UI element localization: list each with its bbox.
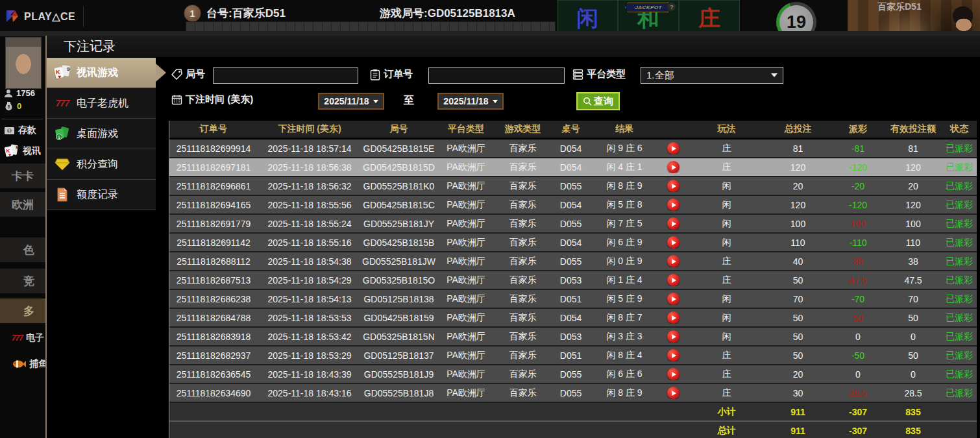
replay-button[interactable] bbox=[667, 368, 680, 380]
cell-play: 闲 bbox=[689, 180, 764, 192]
cell-replay bbox=[657, 255, 689, 267]
cell-play: 庄 bbox=[689, 387, 764, 399]
table-row[interactable]: 251118182691142 2025-11-18 18:55:16 GD05… bbox=[169, 234, 977, 252]
replay-button[interactable] bbox=[667, 217, 680, 230]
replay-button[interactable] bbox=[667, 180, 680, 192]
table-row[interactable]: 251118182636545 2025-11-18 18:43:39 GD05… bbox=[169, 365, 977, 384]
playace-logo[interactable]: PLAY△CE bbox=[5, 6, 84, 27]
bet-zone-player[interactable]: 闲 bbox=[557, 0, 618, 32]
svg-text:$: $ bbox=[58, 135, 60, 140]
replay-button[interactable] bbox=[667, 161, 680, 173]
replay-button[interactable] bbox=[667, 255, 680, 267]
cell-play: 闲 bbox=[689, 199, 764, 211]
tab-quota-records[interactable]: 额度记录 bbox=[47, 180, 156, 210]
replay-button[interactable] bbox=[667, 293, 680, 305]
cell-valid-bet: 50 bbox=[884, 350, 942, 361]
replay-button[interactable] bbox=[667, 236, 680, 249]
table-row[interactable]: 251118182697181 2025-11-18 18:56:38 GD05… bbox=[169, 158, 977, 177]
cell-platform: PA欧洲厅 bbox=[436, 256, 496, 267]
replay-button[interactable] bbox=[667, 311, 680, 324]
cell-status: 已派彩 bbox=[942, 350, 976, 361]
replay-button[interactable] bbox=[667, 330, 680, 343]
cell-valid-bet: 0 bbox=[884, 332, 942, 342]
cell-result: 闲 4 庄 1 bbox=[592, 162, 657, 173]
cell-status: 已派彩 bbox=[942, 180, 976, 192]
playace-logo-icon bbox=[5, 8, 20, 24]
header-round: 局号 bbox=[361, 123, 436, 135]
cell-order: 251118182683918 bbox=[169, 332, 258, 342]
play-icon bbox=[672, 221, 676, 226]
moneybag-icon: $ bbox=[4, 101, 14, 111]
platform-type-value: 1.全部 bbox=[646, 69, 674, 82]
cell-game: 百家乐 bbox=[496, 387, 550, 399]
cell-round: GD05425B18159 bbox=[361, 313, 436, 323]
jackpot-help-icon[interactable]: ? bbox=[667, 3, 676, 11]
bet-zone-banker[interactable]: 庄 bbox=[679, 0, 740, 32]
table-row[interactable]: 251118182634690 2025-11-18 18:43:16 GD05… bbox=[169, 384, 977, 403]
date-from-picker[interactable]: 2025/11/18 bbox=[318, 93, 384, 110]
cell-play: 庄 bbox=[689, 274, 764, 286]
rail-video-item[interactable]: 9 K ♥ 视讯 bbox=[4, 144, 41, 158]
cell-game: 百家乐 bbox=[496, 331, 550, 343]
cell-order: 251118182691142 bbox=[169, 237, 258, 248]
table-row[interactable]: 251118182691779 2025-11-18 18:55:24 GD05… bbox=[169, 215, 977, 234]
cell-status: 已派彩 bbox=[942, 369, 976, 380]
svg-text:9: 9 bbox=[67, 66, 70, 72]
user-avatar[interactable] bbox=[5, 37, 42, 89]
slots-777-icon: 777 bbox=[53, 95, 71, 112]
cell-valid-bet: 38 bbox=[884, 256, 942, 267]
cell-status: 已派彩 bbox=[942, 387, 976, 399]
replay-button[interactable] bbox=[667, 142, 680, 154]
date-to-picker[interactable]: 2025/11/18 bbox=[437, 93, 504, 110]
table-row[interactable]: 251118182699914 2025-11-18 18:57:14 GD05… bbox=[169, 140, 977, 158]
cell-result: 闲 1 庄 4 bbox=[592, 274, 657, 286]
jackpot-label: JACKPOT bbox=[635, 5, 662, 10]
replay-button[interactable] bbox=[667, 387, 680, 399]
tab-points-query[interactable]: 积分查询 bbox=[47, 149, 156, 180]
play-icon bbox=[672, 146, 676, 151]
cell-play: 庄 bbox=[689, 256, 764, 267]
cell-play: 闲 bbox=[689, 331, 764, 343]
table-row[interactable]: 251118182684788 2025-11-18 18:53:53 GD05… bbox=[169, 309, 977, 328]
cell-game: 百家乐 bbox=[496, 218, 550, 230]
tab-table-games[interactable]: $ 桌面游戏 bbox=[47, 119, 156, 149]
cell-replay bbox=[657, 274, 689, 286]
order-filter-label: 订单号 bbox=[370, 68, 413, 80]
table-row[interactable]: 251118182694165 2025-11-18 18:55:56 GD05… bbox=[169, 196, 977, 215]
cell-table: D054 bbox=[550, 313, 592, 323]
cell-platform: PA欧洲厅 bbox=[436, 293, 496, 305]
tab-slots[interactable]: 777 电子老虎机 bbox=[47, 88, 156, 119]
cell-payout: 0 bbox=[832, 332, 884, 342]
table-row[interactable]: 251118182686238 2025-11-18 18:54:13 GD05… bbox=[169, 290, 977, 309]
cell-result: 闲 5 庄 9 bbox=[592, 293, 657, 305]
replay-button[interactable] bbox=[667, 199, 680, 211]
replay-button[interactable] bbox=[667, 349, 680, 361]
tab-video-games[interactable]: 9 K ♥ 视讯游戏 bbox=[47, 58, 156, 88]
cell-table: D055 bbox=[550, 256, 592, 267]
order-number-input[interactable] bbox=[428, 67, 565, 84]
table-row[interactable]: 251118182683918 2025-11-18 18:53:42 GD05… bbox=[169, 328, 977, 347]
cell-game: 百家乐 bbox=[496, 312, 550, 324]
cell-round: GD05325B1815N bbox=[361, 332, 436, 342]
deposit-item[interactable]: $ 存款 bbox=[4, 125, 36, 136]
bet-zone-tie[interactable]: JACKPOT ? 和 bbox=[618, 0, 679, 32]
table-row[interactable]: 251118182688112 2025-11-18 18:54:38 GD05… bbox=[169, 252, 977, 271]
header-order: 订单号 bbox=[169, 123, 258, 135]
round-number-input[interactable] bbox=[213, 67, 358, 84]
cell-time: 2025-11-18 18:56:32 bbox=[258, 181, 361, 191]
header-payout: 派彩 bbox=[832, 123, 884, 135]
platform-type-select[interactable]: 1.全部 bbox=[641, 67, 783, 84]
replay-button[interactable] bbox=[667, 274, 680, 286]
table-row[interactable]: 251118182696861 2025-11-18 18:56:32 GD05… bbox=[169, 177, 977, 196]
modal-content: 局号 订单号 平台类型 1.全部 bbox=[156, 57, 980, 438]
cell-total-bet: 81 bbox=[764, 143, 832, 154]
table-row[interactable]: 251118182687513 2025-11-18 18:54:29 GD05… bbox=[169, 271, 977, 290]
table-number-badge: 1 bbox=[184, 5, 201, 22]
search-button[interactable]: 查询 bbox=[576, 92, 620, 110]
cell-game: 百家乐 bbox=[496, 237, 550, 249]
table-row[interactable]: 251118182682937 2025-11-18 18:53:29 GD05… bbox=[169, 347, 977, 365]
cell-total-bet: 50 bbox=[764, 332, 832, 342]
diamond-icon bbox=[53, 156, 71, 173]
cell-status: 已派彩 bbox=[942, 237, 976, 249]
cell-replay bbox=[657, 217, 689, 230]
